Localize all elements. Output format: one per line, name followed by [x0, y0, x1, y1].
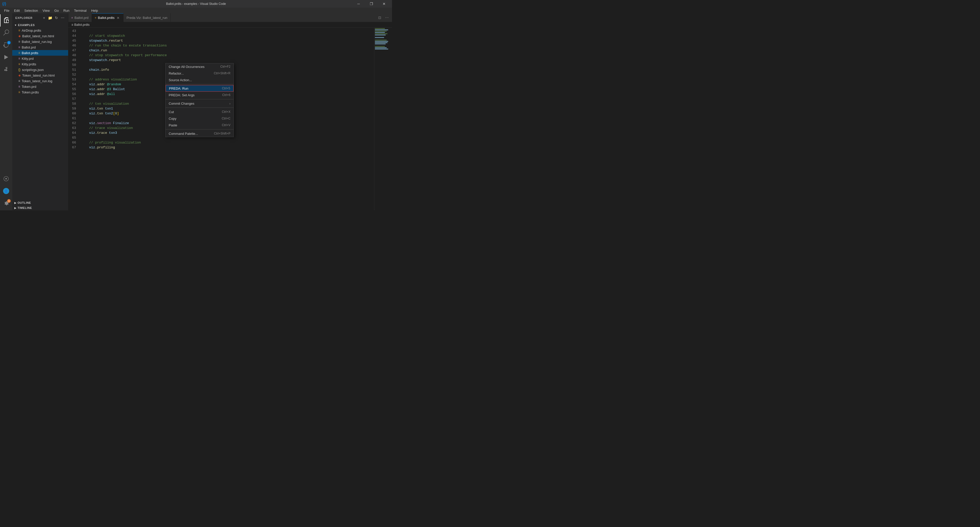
activity-search-icon[interactable] [0, 27, 12, 39]
file-name: Token.prdts [22, 91, 39, 94]
new-file-icon[interactable]: + [41, 15, 47, 21]
titlebar-left: ⟨/⟩ [2, 2, 8, 6]
svg-point-1 [5, 178, 7, 180]
menu-go[interactable]: Go [52, 8, 61, 13]
titlebar: ⟨/⟩ Ballot.prdts - examples - Visual Stu… [0, 0, 392, 8]
sidebar: EXPLORER + 📁 ↻ ⋯ ▼ EXAMPLES ≡ AirDrop.pr… [12, 13, 68, 210]
activity-extensions-icon[interactable] [0, 63, 12, 76]
file-icon-prdts: ≡ [18, 91, 20, 94]
file-icon-prdts: ≡ [18, 29, 20, 32]
sidebar-bottom: ▶ OUTLINE ▶ TIMELINE [12, 198, 68, 210]
activity-explorer-icon[interactable] [0, 14, 12, 27]
file-name: Ballot.prd [22, 45, 36, 49]
user-avatar[interactable]: 👤 [3, 188, 9, 194]
minimap[interactable] [374, 27, 392, 210]
examples-section[interactable]: ▼ EXAMPLES [12, 22, 68, 27]
file-icon-log: ≡ [18, 79, 20, 83]
tab-prd-icon: ≡ [72, 16, 73, 19]
activity-run-icon[interactable] [0, 51, 12, 63]
context-menu: Change All Occurrences Ctrl+F2 Refactor.… [165, 63, 234, 137]
file-item-airdrop[interactable]: ≡ AirDrop.prdts [12, 27, 68, 33]
close-button[interactable]: ✕ [378, 0, 390, 8]
menu-item-cut[interactable]: Cut Ctrl+X [165, 108, 234, 115]
timeline-section[interactable]: ▶ TIMELINE [12, 205, 68, 210]
file-icon-prdts: ≡ [18, 62, 20, 66]
menu-item-source-action[interactable]: Source Action... [165, 76, 234, 83]
menu-bar: File Edit Selection View Go Run Terminal… [0, 8, 392, 13]
file-item-token-prd[interactable]: ≡ Token.prd [12, 84, 68, 89]
collapse-icon[interactable]: ⋯ [60, 15, 65, 21]
maximize-button[interactable]: ❐ [366, 0, 377, 8]
menu-item-preda-set-args[interactable]: PREDA: Set Args Ctrl+6 [165, 92, 234, 98]
file-icon-active: ≡ [18, 51, 20, 55]
menu-item-paste[interactable]: Paste Ctrl+V [165, 122, 234, 129]
minimize-button[interactable]: ─ [353, 0, 364, 8]
file-item-scriptargs[interactable]: {} scriptArgs.json [12, 67, 68, 73]
file-item-ballot-log[interactable]: ≡ Ballot_latest_run.log [12, 39, 68, 45]
menu-run[interactable]: Run [61, 8, 72, 13]
tab-preda-viz[interactable]: Preda Viz: Ballot_latest_run [124, 13, 171, 22]
breadcrumb-path[interactable]: Ballot.prdts [74, 23, 89, 27]
tab-ballot-prdts[interactable]: ≡ Ballot.prdts ✕ [92, 13, 124, 22]
outline-section[interactable]: ▶ OUTLINE [12, 200, 68, 205]
activity-remote-icon[interactable] [0, 173, 12, 185]
file-name: Token_latest_run.html [22, 73, 55, 77]
activity-source-control-icon[interactable]: 1 [0, 39, 12, 51]
source-control-badge: 1 [7, 41, 11, 45]
tab-label: Ballot.prd [75, 16, 89, 20]
submenu-arrow-icon: › [229, 102, 231, 105]
file-name: Token_latest_run.log [22, 79, 52, 83]
activity-settings-icon[interactable]: 1 [0, 197, 12, 209]
file-item-token-log[interactable]: ≡ Token_latest_run.log [12, 78, 68, 84]
settings-badge: 1 [7, 199, 11, 203]
file-icon-html: ◈ [18, 73, 21, 77]
menu-item-command-palette[interactable]: Command Palette... Ctrl+Shift+P [165, 130, 234, 137]
sidebar-header: EXPLORER + 📁 ↻ ⋯ [12, 13, 68, 22]
menu-item-copy[interactable]: Copy Ctrl+C [165, 115, 234, 122]
file-tree: ▼ EXAMPLES ≡ AirDrop.prdts ◈ Ballot_late… [12, 22, 68, 95]
section-name-label: EXAMPLES [18, 24, 35, 27]
file-item-ballot-html[interactable]: ◈ Ballot_latest_run.html [12, 33, 68, 39]
tab-label: Preda Viz: Ballot_latest_run [127, 16, 167, 20]
outline-arrow-icon: ▶ [14, 201, 17, 204]
vscode-logo-icon: ⟨/⟩ [2, 2, 6, 6]
file-name: Ballot.prdts [22, 51, 38, 55]
menu-item-preda-run[interactable]: PREDA: Run Ctrl+5 [165, 85, 234, 92]
menu-item-commit-changes[interactable]: Commit Changes › [165, 100, 234, 107]
file-item-kitty-prd[interactable]: ≡ Kitty.prd [12, 56, 68, 61]
file-name: Ballot_latest_run.html [22, 34, 54, 38]
file-item-kitty-prdts[interactable]: ≡ Kitty.prdts [12, 61, 68, 67]
file-item-token-html[interactable]: ◈ Token_latest_run.html [12, 73, 68, 78]
file-icon-prd: ≡ [18, 85, 20, 88]
menu-help[interactable]: Help [89, 8, 100, 13]
menu-item-change-occurrences[interactable]: Change All Occurrences Ctrl+F2 [165, 63, 234, 70]
new-folder-icon[interactable]: 📁 [48, 15, 53, 21]
file-item-ballot-prdts[interactable]: ≡ Ballot.prdts [12, 50, 68, 56]
activity-bottom: 👤 1 [0, 173, 12, 210]
tabs-bar: ≡ Ballot.prd ≡ Ballot.prdts ✕ Preda Viz:… [68, 13, 392, 22]
menu-view[interactable]: View [41, 8, 52, 13]
tab-ballot-prd[interactable]: ≡ Ballot.prd [68, 13, 92, 22]
menu-selection[interactable]: Selection [22, 8, 40, 13]
timeline-arrow-icon: ▶ [14, 207, 17, 209]
line-numbers: 43 44 45 46 47 48 49 50 51 52 53 54 55 5… [68, 27, 79, 210]
file-icon-prd: ≡ [18, 57, 20, 60]
menu-item-refactor[interactable]: Refactor... Ctrl+Shift+R [165, 70, 234, 76]
main-layout: 1 👤 1 EXPLORER + 📁 ↻ [0, 13, 392, 210]
menu-terminal[interactable]: Terminal [72, 8, 89, 13]
editor-area: ≡ Ballot.prd ≡ Ballot.prdts ✕ Preda Viz:… [68, 13, 392, 210]
refresh-icon[interactable]: ↻ [54, 15, 59, 21]
file-name: AirDrop.prdts [22, 29, 41, 32]
menu-edit[interactable]: Edit [12, 8, 22, 13]
file-item-token-prdts[interactable]: ≡ Token.prdts [12, 89, 68, 95]
breadcrumb: ≡ Ballot.prdts [68, 22, 392, 27]
split-editor-icon[interactable]: ⊡ [377, 14, 383, 21]
file-item-ballot-prd[interactable]: ≡ Ballot.prd [12, 45, 68, 50]
sidebar-title: EXPLORER [15, 16, 33, 19]
menu-file[interactable]: File [2, 8, 11, 13]
tab-close-icon[interactable]: ✕ [116, 16, 120, 20]
more-actions-icon[interactable]: ⋯ [384, 14, 390, 21]
outline-label: OUTLINE [18, 201, 31, 204]
file-icon-json: {} [18, 68, 21, 72]
file-icon-log: ≡ [18, 40, 20, 43]
